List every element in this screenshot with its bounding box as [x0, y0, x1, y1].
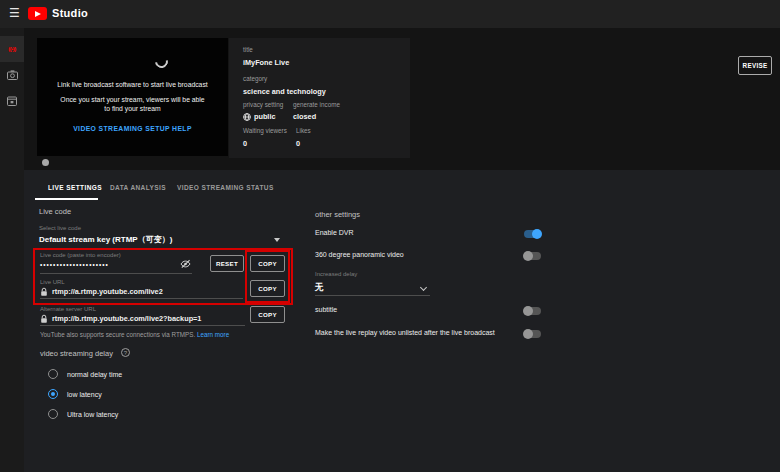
waiting-viewers-value: 0: [243, 139, 247, 148]
stream-header-panel: Link live broadcast software to start li…: [24, 28, 780, 170]
loading-spinner-icon: [152, 52, 170, 70]
likes-value: 0: [296, 139, 300, 148]
visibility-off-icon[interactable]: [180, 259, 191, 269]
video-streaming-setup-help-link[interactable]: VIDEO STREAMING SETUP HELP: [37, 125, 228, 132]
stream-key-underline: [40, 273, 192, 274]
title-value: iMyFone Live: [243, 58, 289, 67]
tab-video-streaming-status[interactable]: VIDEO STREAMING STATUS: [177, 184, 274, 191]
title-label: title: [243, 46, 253, 53]
stream-key-select[interactable]: Default stream key (RTMP（可变）): [39, 234, 172, 245]
copy-backup-url-button[interactable]: COPY: [250, 306, 285, 323]
stream-key-masked-value[interactable]: •••••••••••••••••••••: [40, 261, 109, 268]
privacy-value-text: public: [254, 112, 276, 121]
studio-app-title: Studio: [52, 7, 88, 19]
toggle-knob: [523, 306, 533, 316]
copy-stream-key-button[interactable]: COPY: [250, 255, 285, 272]
category-value: science and technology: [243, 87, 326, 96]
live-broadcast-icon: ((•)): [8, 46, 16, 52]
enable-dvr-toggle[interactable]: [524, 230, 541, 238]
live-url-value[interactable]: rtmp://a.rtmp.youtube.com/live2: [52, 287, 163, 296]
revise-button[interactable]: REVISE: [738, 56, 772, 75]
chevron-down-icon[interactable]: [274, 238, 280, 242]
player-message-line2: Once you start your stream, viewers will…: [37, 95, 228, 113]
left-sidebar: ((•)): [0, 28, 24, 472]
subtitle-toggle[interactable]: [524, 307, 541, 315]
increased-delay-select[interactable]: 无: [315, 282, 324, 294]
live-code-section-title: Live code: [39, 207, 71, 216]
likes-label: Likes: [296, 127, 311, 134]
lock-icon: [40, 314, 48, 324]
live-preview-player: Link live broadcast software to start li…: [37, 38, 228, 156]
sidebar-item-schedule[interactable]: [0, 88, 24, 114]
youtube-logo-icon[interactable]: [28, 7, 47, 20]
increased-delay-label: Increased delay: [315, 271, 357, 277]
panoramic-video-label: 360 degree panoramic video: [315, 251, 404, 258]
radio-label: Ultra low latency: [67, 411, 118, 418]
radio-normal-delay[interactable]: normal delay time: [48, 369, 122, 379]
other-settings-title: other settings: [315, 210, 360, 219]
backup-url-value[interactable]: rtmp://b.rtmp.youtube.com/live2?backup=1: [52, 314, 201, 323]
rtmps-note: YouTube also supports secure connections…: [40, 331, 229, 338]
play-triangle-icon: [35, 11, 41, 17]
stream-info-panel: title iMyFone Live category science and …: [229, 38, 410, 158]
privacy-label: privacy setting: [243, 101, 283, 108]
lock-icon: [40, 287, 48, 297]
hamburger-menu-icon[interactable]: ☰: [9, 6, 20, 20]
reset-button[interactable]: RESET: [210, 255, 244, 272]
tab-data-analysis[interactable]: DATA ANALYSIS: [110, 184, 166, 191]
rtmps-note-text: YouTube also supports secure connections…: [40, 331, 195, 338]
unlisted-replay-label: Make the live replay video unlisted afte…: [315, 329, 495, 336]
live-settings-panel: LIVE SETTINGS DATA ANALYSIS VIDEO STREAM…: [24, 170, 780, 472]
audio-level-dot: [42, 159, 49, 166]
active-tab-underline: [35, 198, 98, 200]
income-value: closed: [293, 112, 316, 121]
tab-live-settings[interactable]: LIVE SETTINGS: [48, 184, 102, 191]
radio-label: low latency: [67, 391, 102, 398]
live-url-label: Live URL: [40, 279, 65, 285]
toggle-knob: [523, 329, 533, 339]
chevron-down-icon[interactable]: [420, 284, 427, 291]
stream-key-label: Live code (paste into encoder): [40, 252, 121, 258]
subtitle-label: subtitle: [315, 306, 337, 313]
select-live-code-label: Select live code: [39, 225, 81, 231]
radio-label: normal delay time: [67, 371, 122, 378]
radio-circle-icon: [48, 409, 58, 419]
toggle-knob: [523, 251, 533, 261]
backup-url-underline: [40, 325, 245, 326]
player-message-line1: Link live broadcast software to start li…: [37, 81, 228, 88]
stream-delay-title: video streaming delay: [40, 349, 113, 358]
camera-icon: [7, 70, 18, 80]
learn-more-link[interactable]: Learn more: [197, 331, 229, 338]
radio-circle-selected-icon: [48, 389, 58, 399]
radio-low-latency[interactable]: low latency: [48, 389, 102, 399]
increased-delay-underline: [315, 295, 430, 296]
globe-icon: [243, 113, 251, 121]
live-url-underline: [40, 298, 243, 299]
radio-ultra-low-latency[interactable]: Ultra low latency: [48, 409, 118, 419]
sidebar-item-webcam[interactable]: [0, 62, 24, 88]
schedule-icon: [7, 96, 17, 106]
panoramic-video-toggle[interactable]: [524, 252, 541, 260]
top-app-bar: ☰ Studio: [0, 0, 780, 28]
toggle-knob: [532, 229, 542, 239]
privacy-value: public: [243, 112, 276, 121]
radio-circle-icon: [48, 369, 58, 379]
category-label: category: [243, 75, 267, 82]
copy-live-url-button[interactable]: COPY: [250, 280, 285, 297]
sidebar-item-live[interactable]: ((•)): [0, 36, 24, 62]
backup-url-label: Alternate server URL: [40, 306, 96, 312]
income-label: generate income: [293, 101, 340, 108]
waiting-viewers-label: Waiting viewers: [243, 127, 287, 134]
unlisted-replay-toggle[interactable]: [524, 330, 541, 338]
enable-dvr-label: Enable DVR: [315, 229, 354, 236]
help-circle-icon[interactable]: ?: [121, 348, 130, 357]
